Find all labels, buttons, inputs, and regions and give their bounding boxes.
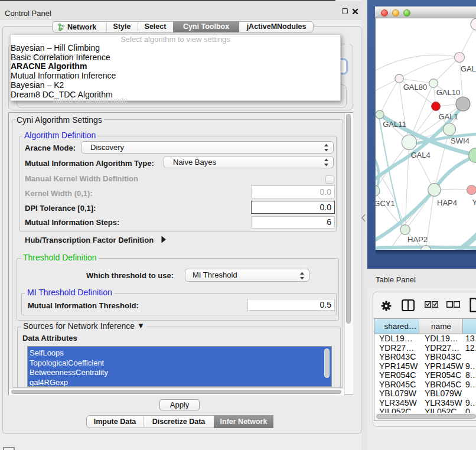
svg-text:HAP2: HAP2 [407,235,428,244]
svg-text:GAL80: GAL80 [403,83,427,92]
svg-text:GCY1: GCY1 [376,199,395,208]
svg-text:GAL1: GAL1 [438,112,458,121]
svg-text:GAL2: GAL2 [461,64,476,73]
svg-text:HAP4: HAP4 [437,198,457,207]
svg-text:GAL4: GAL4 [410,151,430,159]
svg-text:GAL11: GAL11 [383,120,406,129]
svg-text:SWI4: SWI4 [451,136,470,145]
svg-text:YM: YM [472,198,476,207]
svg-text:GAL10: GAL10 [436,88,460,97]
